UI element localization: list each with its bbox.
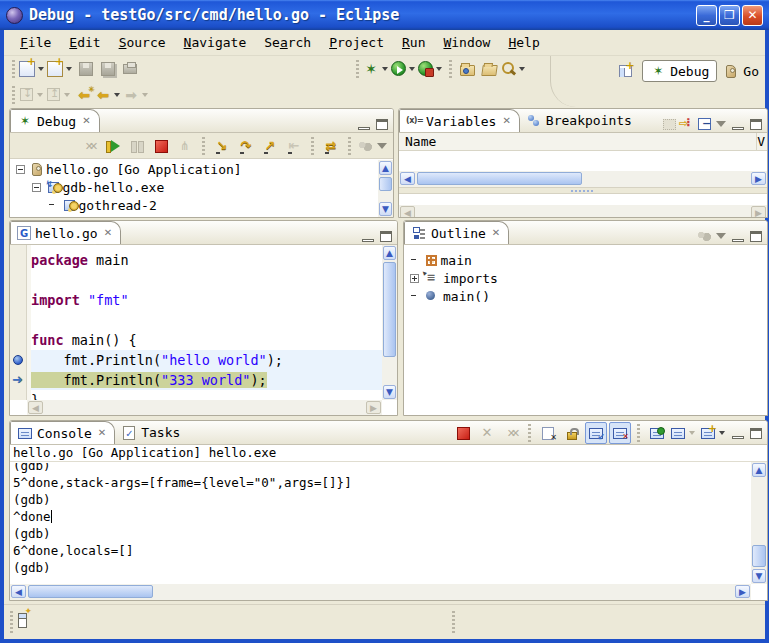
console-line[interactable]: ^done bbox=[10, 508, 751, 525]
console-line[interactable]: 5^done,stack-args=[frame={level="0",args… bbox=[10, 474, 751, 491]
column-name[interactable]: Name bbox=[399, 134, 436, 149]
instruction-pointer-icon[interactable]: ➜ bbox=[12, 370, 25, 390]
fast-view-icon[interactable] bbox=[18, 613, 27, 628]
menu-window[interactable]: Window bbox=[435, 32, 498, 53]
tree-item-label[interactable]: gdb-hello.exe bbox=[63, 180, 165, 195]
scroll-down-icon[interactable]: ▼ bbox=[752, 569, 766, 583]
back-button[interactable]: ⬅ bbox=[95, 84, 123, 106]
minimize-button[interactable]: _ bbox=[696, 5, 717, 26]
console-line[interactable]: (gdb) bbox=[10, 491, 751, 508]
tab-outline[interactable]: Outline ✕ bbox=[404, 221, 509, 244]
perspective-go-button[interactable]: Go bbox=[723, 64, 759, 79]
scroll-up-icon[interactable]: ▲ bbox=[752, 463, 766, 477]
perspective-debug-button[interactable]: Debug bbox=[642, 60, 717, 82]
tree-row[interactable]: hello.go [Go Application] bbox=[10, 160, 378, 178]
menu-file[interactable]: File bbox=[12, 32, 59, 53]
maximize-view-button[interactable] bbox=[750, 231, 762, 242]
step-over-button[interactable]: ↷ bbox=[235, 135, 257, 157]
suspend-button[interactable] bbox=[126, 135, 148, 157]
maximize-button[interactable]: ❒ bbox=[719, 5, 740, 26]
forward-button[interactable]: ➡ bbox=[123, 84, 151, 106]
code-line[interactable]: func main() { bbox=[31, 330, 382, 350]
debug-vertical-scrollbar[interactable]: ▲ ▼ bbox=[378, 160, 393, 217]
dropdown-icon[interactable] bbox=[519, 67, 525, 71]
scroll-up-icon[interactable]: ▲ bbox=[379, 161, 392, 175]
dropdown-icon[interactable] bbox=[66, 67, 72, 71]
dropdown-icon[interactable] bbox=[409, 67, 415, 71]
menu-search[interactable]: Search bbox=[256, 32, 319, 53]
close-tab-icon[interactable]: ✕ bbox=[98, 427, 106, 439]
resume-button[interactable] bbox=[102, 135, 124, 157]
menu-navigate[interactable]: Navigate bbox=[176, 32, 255, 53]
maximize-view-button[interactable] bbox=[376, 119, 388, 130]
next-annotation-button[interactable] bbox=[19, 84, 46, 106]
step-return-button[interactable]: ↗ bbox=[259, 135, 281, 157]
open-perspective-button[interactable] bbox=[614, 60, 636, 82]
pin-console-button[interactable] bbox=[646, 422, 668, 444]
code-line[interactable]: fmt.Println("333 world"); bbox=[31, 370, 382, 390]
maximize-view-button[interactable] bbox=[750, 428, 762, 439]
show-logical-structures-icon[interactable] bbox=[679, 116, 695, 132]
code-line[interactable]: import "fmt" bbox=[31, 290, 382, 310]
minimize-view-button[interactable] bbox=[732, 127, 744, 130]
save-button[interactable] bbox=[75, 58, 97, 80]
dropdown-icon[interactable] bbox=[114, 93, 120, 97]
remove-launch-button[interactable] bbox=[476, 422, 498, 444]
scroll-down-icon[interactable]: ▼ bbox=[379, 202, 392, 216]
scroll-left-icon[interactable]: ◀ bbox=[11, 585, 26, 598]
scroll-lock-button[interactable] bbox=[561, 422, 583, 444]
dropdown-icon[interactable] bbox=[382, 67, 388, 71]
view-menu-icon[interactable] bbox=[716, 233, 726, 239]
expander-icon[interactable] bbox=[16, 165, 25, 174]
code-line[interactable]: fmt.Println("hello world"); bbox=[31, 350, 382, 370]
minimize-view-button[interactable] bbox=[732, 436, 744, 439]
view-menu-icon[interactable] bbox=[377, 143, 387, 149]
dropdown-icon[interactable] bbox=[38, 67, 44, 71]
console-horizontal-scrollbar[interactable]: ◀ ▶ bbox=[10, 584, 751, 600]
remove-terminated-button[interactable] bbox=[78, 135, 100, 157]
minimize-view-button[interactable] bbox=[358, 127, 370, 130]
console-output[interactable]: (gdb)5^done,stack-args=[frame={level="0"… bbox=[10, 463, 751, 584]
details-pane-sash[interactable] bbox=[399, 187, 767, 194]
maximize-editor-button[interactable] bbox=[380, 231, 392, 242]
console-line[interactable]: (gdb) bbox=[10, 559, 751, 576]
new-wizard-button[interactable] bbox=[19, 58, 47, 80]
step-filters-button[interactable]: ⇄ bbox=[320, 135, 342, 157]
collapse-all-icon[interactable] bbox=[698, 118, 711, 130]
menu-run[interactable]: Run bbox=[394, 32, 433, 53]
show-stdout-button[interactable] bbox=[585, 422, 607, 444]
scroll-thumb[interactable] bbox=[28, 585, 153, 598]
variables-table-empty[interactable] bbox=[399, 151, 767, 171]
variables-horizontal-scrollbar[interactable]: ◀ ▶ bbox=[399, 171, 767, 187]
show-stderr-button[interactable] bbox=[609, 422, 631, 444]
display-console-button[interactable] bbox=[670, 422, 698, 444]
tab-debug[interactable]: Debug ✕ bbox=[10, 109, 100, 132]
console-terminate-button[interactable] bbox=[452, 422, 474, 444]
maximize-view-button[interactable] bbox=[750, 119, 762, 130]
scroll-right-icon[interactable]: ▶ bbox=[735, 585, 750, 598]
drop-to-frame-button[interactable]: ⇤ bbox=[283, 135, 305, 157]
scroll-thumb[interactable] bbox=[417, 172, 582, 185]
variables-detail-pane[interactable] bbox=[399, 194, 767, 205]
breakpoint-icon[interactable] bbox=[12, 350, 25, 370]
previous-annotation-button[interactable] bbox=[46, 84, 73, 106]
tree-item-label[interactable]: main bbox=[441, 253, 472, 268]
code-line[interactable] bbox=[31, 270, 382, 290]
code-line[interactable] bbox=[31, 310, 382, 330]
close-tab-icon[interactable]: ✕ bbox=[82, 115, 90, 127]
step-into-button[interactable]: ↘ bbox=[211, 135, 233, 157]
debug-button[interactable] bbox=[363, 58, 391, 80]
tab-breakpoints[interactable]: Breakpoints bbox=[520, 109, 640, 132]
console-vertical-scrollbar[interactable]: ▲ ▼ bbox=[751, 462, 767, 584]
open-type-button[interactable] bbox=[456, 58, 478, 80]
clear-console-button[interactable] bbox=[537, 422, 559, 444]
title-bar[interactable]: Debug - testGo/src/cmd/hello.go - Eclips… bbox=[0, 0, 769, 30]
menu-edit[interactable]: Edit bbox=[61, 32, 108, 53]
remove-all-launches-button[interactable] bbox=[500, 422, 522, 444]
expander-icon[interactable] bbox=[32, 183, 41, 192]
close-tab-icon[interactable]: ✕ bbox=[492, 227, 500, 239]
code-line[interactable]: package main bbox=[31, 250, 382, 270]
tab-hello-go[interactable]: G hello.go ✕ bbox=[10, 221, 121, 244]
close-tab-icon[interactable]: ✕ bbox=[502, 115, 510, 127]
external-tools-button[interactable] bbox=[418, 58, 445, 80]
